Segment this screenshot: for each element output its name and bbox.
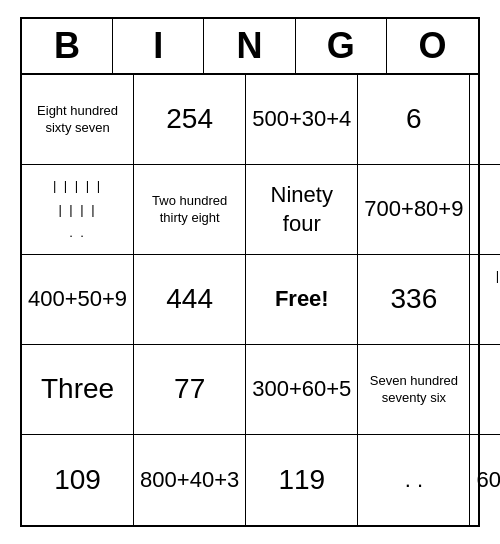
cell-18: Seven hundred seventy six bbox=[358, 345, 470, 435]
cell-13: 336 bbox=[358, 255, 470, 345]
cell-2: 500+30+4 bbox=[246, 75, 358, 165]
cell-6: Two hundred thirty eight bbox=[134, 165, 246, 255]
cell-8: 700+80+9 bbox=[358, 165, 470, 255]
bingo-header: B I N G O bbox=[22, 19, 478, 75]
cell-3: 6 bbox=[358, 75, 470, 165]
cell-17: 300+60+5 bbox=[246, 345, 358, 435]
cell-24: 600+70+1 bbox=[470, 435, 500, 525]
header-g: G bbox=[296, 19, 387, 73]
cell-9: | | |. . . . bbox=[470, 165, 500, 255]
cell-7: Ninety four bbox=[246, 165, 358, 255]
cell-20: 109 bbox=[22, 435, 134, 525]
cell-10: 400+50+9 bbox=[22, 255, 134, 345]
header-o: O bbox=[387, 19, 478, 73]
header-b: B bbox=[22, 19, 113, 73]
cell-16: 77 bbox=[134, 345, 246, 435]
bingo-card: B I N G O Eight hundred sixty seven 254 … bbox=[20, 17, 480, 527]
cell-14: | | | | | |. . . . .. . . . bbox=[470, 255, 500, 345]
cell-5: | | | | || | | |. . bbox=[22, 165, 134, 255]
cell-19: 525 bbox=[470, 345, 500, 435]
cell-15: Three bbox=[22, 345, 134, 435]
header-n: N bbox=[204, 19, 295, 73]
cell-0: Eight hundred sixty seven bbox=[22, 75, 134, 165]
cell-22: 119 bbox=[246, 435, 358, 525]
cell-4: | | | |. bbox=[470, 75, 500, 165]
bingo-grid: Eight hundred sixty seven 254 500+30+4 6… bbox=[22, 75, 478, 525]
header-i: I bbox=[113, 19, 204, 73]
cell-11: 444 bbox=[134, 255, 246, 345]
cell-12-free: Free! bbox=[246, 255, 358, 345]
cell-21: 800+40+3 bbox=[134, 435, 246, 525]
cell-23: . . bbox=[358, 435, 470, 525]
cell-1: 254 bbox=[134, 75, 246, 165]
